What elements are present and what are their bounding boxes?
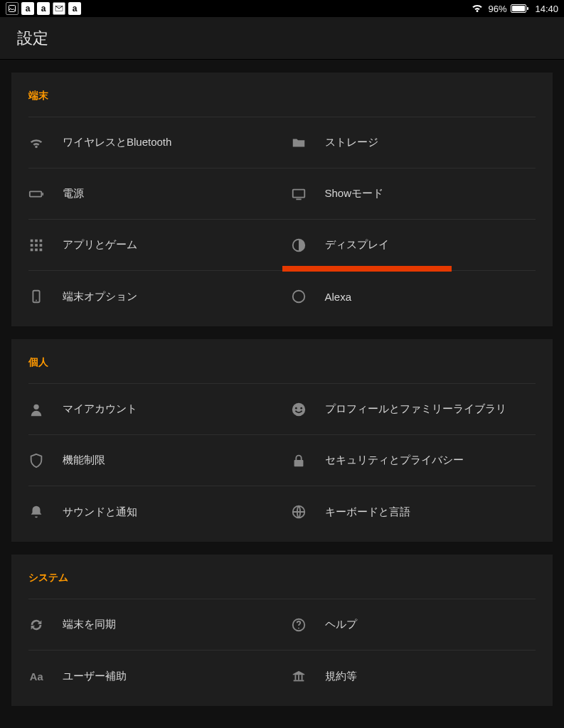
amazon-app-icon: a bbox=[68, 2, 81, 15]
settings-item[interactable]: ワイヤレスとBluetooth bbox=[28, 117, 282, 168]
person-icon bbox=[28, 402, 63, 417]
settings-item-label: ストレージ bbox=[325, 136, 378, 149]
settings-item-label: キーボードと言語 bbox=[325, 505, 410, 519]
bell-icon bbox=[28, 504, 63, 520]
settings-item[interactable]: サウンドと通知 bbox=[28, 486, 282, 537]
sync-icon bbox=[28, 617, 63, 633]
settings-item[interactable]: ディスプレイ bbox=[282, 220, 536, 271]
settings-item-label: ワイヤレスとBluetooth bbox=[63, 136, 171, 149]
app-bar: 設定 bbox=[0, 17, 564, 60]
text-icon bbox=[28, 668, 63, 684]
picture-icon bbox=[6, 2, 18, 15]
mail-icon bbox=[53, 2, 65, 15]
settings-item-label: セキュリティとプライバシー bbox=[325, 454, 464, 467]
settings-item[interactable]: プロフィールとファミリーライブラリ bbox=[282, 384, 536, 435]
settings-item[interactable]: ストレージ bbox=[282, 117, 536, 168]
settings-item-label: 電源 bbox=[63, 187, 84, 200]
apps-icon bbox=[28, 237, 63, 253]
settings-item[interactable]: 端末オプション bbox=[28, 271, 282, 322]
page-title: 設定 bbox=[17, 28, 48, 49]
settings-item[interactable]: セキュリティとプライバシー bbox=[282, 435, 536, 486]
settings-section: システム端末を同期ヘルプユーザー補助規約等 bbox=[11, 555, 553, 706]
settings-item[interactable]: マイアカウント bbox=[28, 384, 282, 435]
settings-item-label: 機能制限 bbox=[63, 454, 105, 467]
section-header: システム bbox=[28, 572, 536, 599]
globe-icon bbox=[291, 504, 325, 520]
settings-section: 個人マイアカウントプロフィールとファミリーライブラリ機能制限セキュリティとプライ… bbox=[11, 339, 553, 542]
section-header: 端末 bbox=[28, 90, 536, 117]
settings-item-label: Alexa bbox=[325, 291, 352, 303]
settings-item[interactable]: 機能制限 bbox=[28, 435, 282, 486]
battery-icon bbox=[511, 4, 526, 13]
settings-item[interactable]: キーボードと言語 bbox=[282, 486, 536, 537]
settings-item-label: ディスプレイ bbox=[325, 238, 389, 252]
settings-item-label: アプリとゲーム bbox=[63, 238, 137, 252]
settings-item[interactable]: Alexa bbox=[282, 271, 536, 322]
monitor-icon bbox=[291, 186, 325, 202]
settings-item-label: 端末オプション bbox=[63, 290, 137, 304]
alexa-icon bbox=[291, 289, 325, 304]
settings-item-label: 規約等 bbox=[325, 670, 357, 683]
status-bar: a a a 96% 14:40 bbox=[0, 0, 564, 17]
help-icon bbox=[291, 617, 325, 633]
settings-item-label: マイアカウント bbox=[63, 402, 137, 416]
settings-item-label: 端末を同期 bbox=[63, 618, 116, 631]
tablet-icon bbox=[28, 289, 63, 304]
settings-item-label: サウンドと通知 bbox=[63, 505, 137, 519]
smiley-icon bbox=[291, 402, 325, 417]
amazon-app-icon: a bbox=[37, 2, 50, 15]
svg-rect-0 bbox=[9, 6, 16, 12]
settings-item[interactable]: 規約等 bbox=[282, 651, 536, 702]
settings-item-label: Showモード bbox=[325, 187, 384, 200]
settings-item[interactable]: アプリとゲーム bbox=[28, 220, 282, 271]
settings-item[interactable]: Showモード bbox=[282, 168, 536, 220]
contrast-icon bbox=[291, 237, 325, 253]
amazon-app-icon: a bbox=[21, 2, 34, 15]
clock: 14:40 bbox=[535, 4, 558, 14]
battery-icon bbox=[28, 186, 63, 202]
settings-section: 端末ワイヤレスとBluetoothストレージ電源Showモードアプリとゲームディ… bbox=[11, 73, 553, 326]
folder-icon bbox=[291, 135, 325, 151]
settings-item[interactable]: ユーザー補助 bbox=[28, 651, 282, 702]
shield-icon bbox=[28, 453, 63, 469]
wifi-icon bbox=[471, 1, 484, 16]
settings-item[interactable]: 電源 bbox=[28, 168, 282, 220]
settings-item[interactable]: ヘルプ bbox=[282, 599, 536, 651]
settings-item-label: プロフィールとファミリーライブラリ bbox=[325, 402, 506, 416]
settings-item[interactable]: 端末を同期 bbox=[28, 599, 282, 651]
battery-percent: 96% bbox=[488, 4, 506, 14]
settings-item-label: ヘルプ bbox=[325, 618, 357, 631]
wifi-icon bbox=[28, 135, 63, 151]
settings-item-label: ユーザー補助 bbox=[63, 670, 127, 683]
lock-icon bbox=[291, 453, 325, 469]
legal-icon bbox=[291, 668, 325, 684]
section-header: 個人 bbox=[28, 356, 536, 384]
